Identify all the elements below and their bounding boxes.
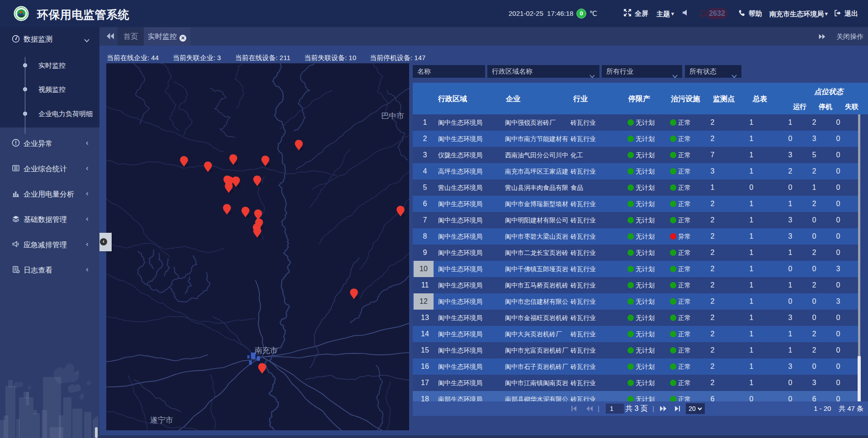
svg-text:遂宁市: 遂宁市: [150, 416, 173, 424]
svg-text:巴中市: 巴中市: [381, 112, 404, 120]
svg-text:南充市: 南充市: [255, 346, 278, 355]
